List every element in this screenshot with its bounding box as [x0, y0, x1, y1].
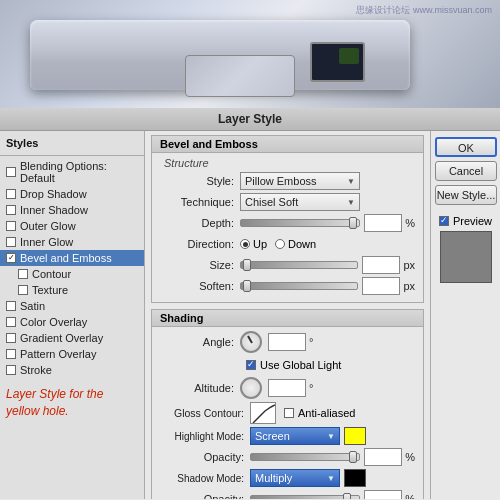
direction-down-option[interactable]: Down [275, 238, 316, 250]
size-input[interactable]: 1 [362, 256, 400, 274]
inner-shadow-checkbox[interactable] [6, 205, 16, 215]
global-light-check[interactable]: Use Global Light [246, 359, 341, 371]
direction-up-radio[interactable] [240, 239, 250, 249]
viewfinder-inner [339, 48, 359, 64]
anti-alias-check[interactable]: Anti-aliased [284, 407, 355, 419]
preview-area: Preview [435, 215, 496, 283]
sidebar-item-outer-glow[interactable]: Outer Glow [0, 218, 144, 234]
style-dropdown[interactable]: Pillow Emboss ▼ [240, 172, 360, 190]
direction-up-option[interactable]: Up [240, 238, 267, 250]
soften-slider-container: 0 px [240, 277, 415, 295]
size-slider-thumb[interactable] [243, 259, 251, 271]
gradient-overlay-checkbox[interactable] [6, 333, 16, 343]
global-light-checkbox[interactable] [246, 360, 256, 370]
contour-box[interactable] [250, 402, 276, 424]
sidebar-item-contour[interactable]: Contour [0, 266, 144, 282]
angle-input[interactable]: -146 [268, 333, 306, 351]
sidebar-item-pattern-overlay[interactable]: Pattern Overlay [0, 346, 144, 362]
opacity1-thumb[interactable] [349, 451, 357, 463]
camera-body [30, 20, 410, 90]
soften-slider-thumb[interactable] [243, 280, 251, 292]
soften-row: Soften: 0 px [160, 277, 415, 295]
size-slider[interactable] [240, 261, 358, 269]
technique-row: Technique: Chisel Soft ▼ [160, 193, 415, 211]
sidebar-item-bevel-emboss[interactable]: Bevel and Emboss [0, 250, 144, 266]
sidebar-item-texture[interactable]: Texture [0, 282, 144, 298]
sidebar-italic-caption: Layer Style for the yellow hole. [0, 378, 144, 424]
main-content: Styles Blending Options: Default Drop Sh… [0, 131, 500, 499]
opacity2-thumb[interactable] [343, 493, 351, 499]
depth-input[interactable]: 100 [364, 214, 402, 232]
sidebar-item-drop-shadow[interactable]: Drop Shadow [0, 186, 144, 202]
inner-glow-label: Inner Glow [20, 236, 73, 248]
soften-input[interactable]: 0 [362, 277, 400, 295]
angle-label: Angle: [160, 336, 240, 348]
highlight-mode-row: Highlight Mode: Screen ▼ [160, 427, 415, 445]
direction-down-radio[interactable] [275, 239, 285, 249]
bevel-emboss-section: Bevel and Emboss Structure Style: Pillow… [151, 135, 424, 303]
sidebar-divider [0, 155, 144, 156]
depth-slider-thumb[interactable] [349, 217, 357, 229]
sidebar-item-gradient-overlay[interactable]: Gradient Overlay [0, 330, 144, 346]
style-label: Style: [160, 175, 240, 187]
size-slider-container: 1 px [240, 256, 415, 274]
bevel-emboss-section-title: Bevel and Emboss [152, 136, 423, 153]
opacity1-input[interactable]: 100 [364, 448, 402, 466]
global-light-label: Use Global Light [260, 359, 341, 371]
shadow-mode-dropdown[interactable]: Multiply ▼ [250, 469, 340, 487]
outer-glow-checkbox[interactable] [6, 221, 16, 231]
technique-dropdown[interactable]: Chisel Soft ▼ [240, 193, 360, 211]
opacity2-slider[interactable] [250, 495, 360, 499]
opacity1-slider[interactable] [250, 453, 360, 461]
satin-checkbox[interactable] [6, 301, 16, 311]
sidebar-item-inner-glow[interactable]: Inner Glow [0, 234, 144, 250]
highlight-mode-value: Screen [255, 430, 290, 442]
altitude-dial[interactable] [240, 377, 262, 399]
gloss-contour-label: Gloss Contour: [160, 407, 250, 419]
preview-check-row: Preview [439, 215, 492, 227]
highlight-mode-label: Highlight Mode: [160, 431, 250, 442]
soften-slider[interactable] [240, 282, 358, 290]
right-panel: Bevel and Emboss Structure Style: Pillow… [145, 131, 500, 499]
texture-checkbox[interactable] [18, 285, 28, 295]
dialog-title: Layer Style [0, 108, 500, 131]
angle-unit: ° [309, 336, 313, 348]
bevel-emboss-checkbox[interactable] [6, 253, 16, 263]
cancel-button[interactable]: Cancel [435, 161, 497, 181]
sidebar-item-inner-shadow[interactable]: Inner Shadow [0, 202, 144, 218]
pattern-overlay-label: Pattern Overlay [20, 348, 96, 360]
sidebar-item-color-overlay[interactable]: Color Overlay [0, 314, 144, 330]
drop-shadow-checkbox[interactable] [6, 189, 16, 199]
angle-dial[interactable] [240, 331, 262, 353]
highlight-mode-dropdown[interactable]: Screen ▼ [250, 427, 340, 445]
watermark: 思缘设计论坛 www.missvuan.com [356, 4, 492, 17]
contour-checkbox[interactable] [18, 269, 28, 279]
satin-label: Satin [20, 300, 45, 312]
stroke-checkbox[interactable] [6, 365, 16, 375]
preview-checkbox[interactable] [439, 216, 449, 226]
layer-style-dialog: Layer Style Styles Blending Options: Def… [0, 108, 500, 500]
pattern-overlay-checkbox[interactable] [6, 349, 16, 359]
highlight-color-swatch[interactable] [344, 427, 366, 445]
technique-value: Chisel Soft [245, 196, 298, 208]
camera-image: 思缘设计论坛 www.missvuan.com [0, 0, 500, 110]
new-style-button[interactable]: New Style... [435, 185, 497, 205]
depth-label: Depth: [160, 217, 240, 229]
bevel-emboss-label: Bevel and Emboss [20, 252, 112, 264]
depth-slider[interactable] [240, 219, 360, 227]
sidebar-item-blending-options[interactable]: Blending Options: Default [0, 158, 144, 186]
depth-slider-container: 100 % [240, 214, 415, 232]
sidebar-item-stroke[interactable]: Stroke [0, 362, 144, 378]
altitude-input[interactable]: 37 [268, 379, 306, 397]
technique-dropdown-arrow: ▼ [347, 198, 355, 207]
shading-content: Angle: -146 ° Use Global Light [152, 327, 423, 499]
shadow-color-swatch[interactable] [344, 469, 366, 487]
color-overlay-checkbox[interactable] [6, 317, 16, 327]
anti-alias-checkbox[interactable] [284, 408, 294, 418]
sidebar-item-satin[interactable]: Satin [0, 298, 144, 314]
inner-glow-checkbox[interactable] [6, 237, 16, 247]
opacity2-row: Opacity: 92 % [160, 490, 415, 499]
blending-options-checkbox[interactable] [6, 167, 16, 177]
ok-button[interactable]: OK [435, 137, 497, 157]
opacity2-input[interactable]: 92 [364, 490, 402, 499]
